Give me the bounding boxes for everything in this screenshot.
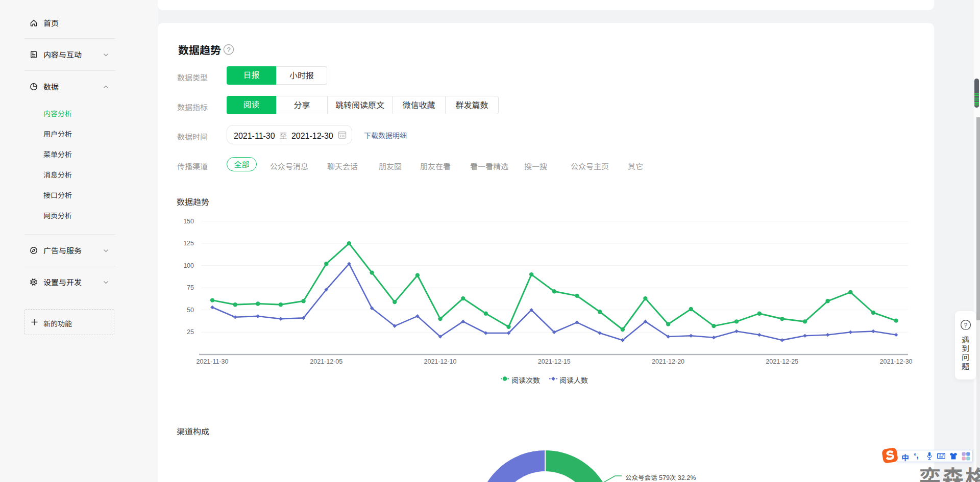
svg-text:?: ? [227,46,230,54]
svg-text:2021-12-20: 2021-12-20 [652,358,684,365]
svg-text:2021-11-30: 2021-11-30 [196,358,228,365]
svg-text:2021-12-30: 2021-12-30 [880,358,913,365]
svg-text:100: 100 [183,262,194,269]
svg-text:150: 150 [183,218,194,225]
svg-text:50: 50 [187,307,194,314]
svg-text:2021-12-10: 2021-12-10 [424,358,457,365]
svg-text:2021-12-15: 2021-12-15 [538,358,571,365]
svg-text:?: ? [964,322,968,329]
svg-text:25: 25 [187,328,194,336]
svg-text:75: 75 [187,284,194,291]
svg-text:2021-12-25: 2021-12-25 [766,358,798,365]
svg-text:125: 125 [183,240,194,247]
svg-text:2021-12-05: 2021-12-05 [310,358,342,365]
